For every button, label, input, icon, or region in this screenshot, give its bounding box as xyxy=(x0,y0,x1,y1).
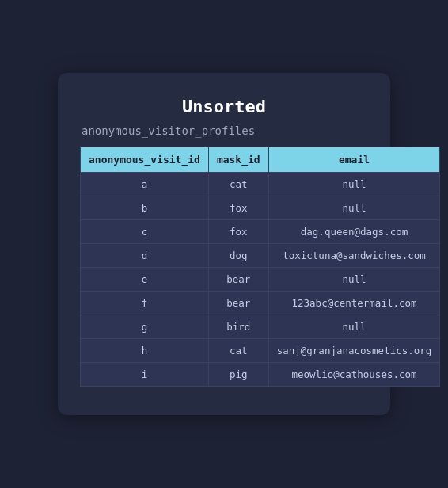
cell-anonymous-visit-id: c xyxy=(81,220,209,244)
cell-mask-id: bird xyxy=(208,315,268,339)
col-header-anonymous-visit-id: anonymous_visit_id xyxy=(81,147,209,173)
cell-anonymous-visit-id: i xyxy=(81,363,209,387)
cell-email: null xyxy=(268,315,440,339)
cell-mask-id: dog xyxy=(208,244,268,268)
cell-email: dag.queen@dags.com xyxy=(268,220,440,244)
table-row: acatnull xyxy=(81,173,440,196)
cell-email: 123abc@centermail.com xyxy=(268,292,440,315)
table-row: ddogtoxictuna@sandwiches.com xyxy=(81,244,440,268)
cell-mask-id: cat xyxy=(208,339,268,363)
cell-mask-id: fox xyxy=(208,220,268,244)
col-header-email: email xyxy=(268,147,440,173)
cell-email: null xyxy=(268,196,440,220)
table-row: gbirdnull xyxy=(81,315,440,339)
cell-email: null xyxy=(268,173,440,196)
cell-anonymous-visit-id: d xyxy=(81,244,209,268)
table-row: bfoxnull xyxy=(81,196,440,220)
col-header-mask-id: mask_id xyxy=(208,147,268,173)
table-row: ebearnull xyxy=(81,268,440,292)
table-row: hcatsanj@granjanacosmetics.org xyxy=(81,339,440,363)
cell-anonymous-visit-id: g xyxy=(81,315,209,339)
table-subtitle: anonymous_visitor_profiles xyxy=(80,124,368,137)
cell-email: sanj@granjanacosmetics.org xyxy=(268,339,440,363)
main-card: Unsorted anonymous_visitor_profiles anon… xyxy=(58,73,390,415)
cell-anonymous-visit-id: e xyxy=(81,268,209,292)
cell-email: toxictuna@sandwiches.com xyxy=(268,244,440,268)
cell-email: null xyxy=(268,268,440,292)
table-row: cfoxdag.queen@dags.com xyxy=(81,220,440,244)
cell-anonymous-visit-id: f xyxy=(81,292,209,315)
cell-mask-id: bear xyxy=(208,292,268,315)
page-title: Unsorted xyxy=(80,97,368,116)
cell-anonymous-visit-id: b xyxy=(81,196,209,220)
cell-anonymous-visit-id: a xyxy=(81,173,209,196)
cell-anonymous-visit-id: h xyxy=(81,339,209,363)
table-row: fbear123abc@centermail.com xyxy=(81,292,440,315)
cell-mask-id: cat xyxy=(208,173,268,196)
table-row: ipigmeowlio@cathouses.com xyxy=(81,363,440,387)
data-table: anonymous_visit_id mask_id email acatnul… xyxy=(80,147,440,387)
cell-mask-id: pig xyxy=(208,363,268,387)
cell-mask-id: fox xyxy=(208,196,268,220)
cell-mask-id: bear xyxy=(208,268,268,292)
cell-email: meowlio@cathouses.com xyxy=(268,363,440,387)
table-header-row: anonymous_visit_id mask_id email xyxy=(81,147,440,173)
